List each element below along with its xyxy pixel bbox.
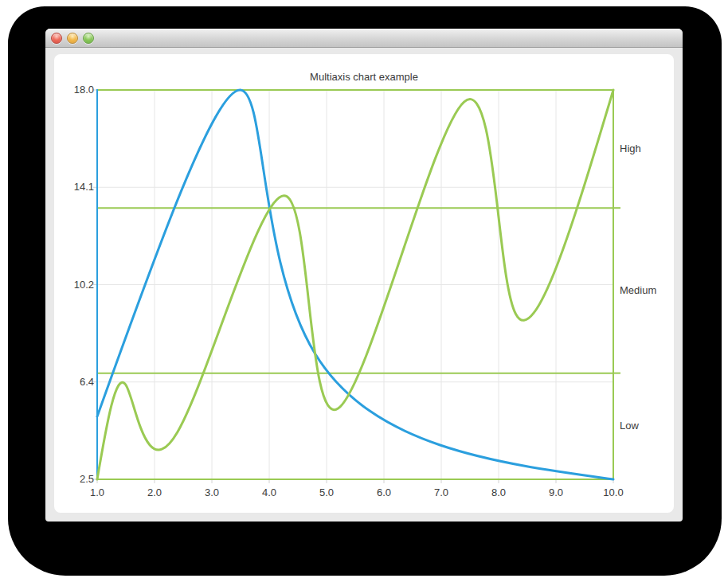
- category-label-medium: Medium: [620, 284, 675, 297]
- chart-panel: Multiaxis chart example 2.56.410.214.118…: [54, 54, 674, 513]
- left-axis-tick-label: 2.5: [54, 473, 94, 486]
- x-axis-tick-label: 1.0: [77, 486, 117, 499]
- left-axis-tick-label: 6.4: [54, 376, 94, 389]
- close-button[interactable]: [51, 33, 62, 44]
- x-axis-tick-label: 9.0: [536, 486, 576, 499]
- chart-plot-area: [54, 54, 674, 513]
- titlebar[interactable]: [45, 29, 683, 48]
- left-axis-tick-label: 10.2: [54, 279, 94, 291]
- zoom-button[interactable]: [83, 33, 94, 44]
- left-axis-tick-label: 18.0: [54, 84, 94, 96]
- x-axis-tick-label: 10.0: [593, 486, 633, 499]
- x-axis-tick-label: 2.0: [135, 486, 174, 499]
- minimize-button[interactable]: [67, 33, 78, 44]
- x-axis-tick-label: 8.0: [479, 486, 519, 499]
- left-axis-tick-label: 14.1: [54, 181, 94, 193]
- x-axis-tick-label: 4.0: [249, 486, 289, 499]
- app-window: Multiaxis chart example 2.56.410.214.118…: [45, 29, 683, 522]
- x-axis-tick-label: 6.0: [364, 486, 404, 499]
- x-axis-tick-label: 5.0: [307, 486, 346, 499]
- x-axis-tick-label: 7.0: [421, 486, 461, 499]
- x-axis-tick-label: 3.0: [192, 486, 232, 499]
- desktop-background: Multiaxis chart example 2.56.410.214.118…: [0, 0, 728, 586]
- category-label-low: Low: [620, 420, 675, 432]
- category-label-high: High: [620, 143, 675, 155]
